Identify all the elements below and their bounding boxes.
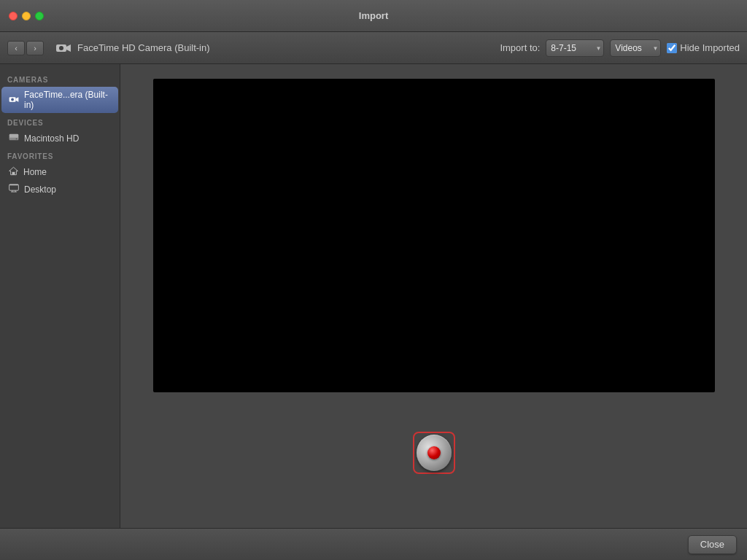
camera-icon xyxy=(55,42,71,54)
svg-rect-7 xyxy=(9,138,19,141)
nav-buttons: ‹ › xyxy=(7,41,44,55)
close-button[interactable]: Close xyxy=(688,535,737,554)
back-button[interactable]: ‹ xyxy=(7,41,25,55)
maximize-traffic-light[interactable] xyxy=(35,12,44,20)
titlebar: Import xyxy=(0,0,747,32)
hide-imported-label[interactable]: Hide Imported xyxy=(667,42,740,53)
sidebar-item-desktop[interactable]: Desktop xyxy=(1,181,118,198)
svg-marker-4 xyxy=(16,97,19,101)
devices-section-label: DEVICES xyxy=(0,113,120,130)
window-title: Import xyxy=(359,10,388,21)
videos-select-wrapper[interactable]: Videos xyxy=(610,39,661,57)
cameras-section-label: CAMERAS xyxy=(0,70,120,87)
record-dot xyxy=(427,446,441,459)
sidebar-item-home[interactable]: Home xyxy=(1,163,118,181)
record-button[interactable] xyxy=(413,432,455,474)
svg-point-8 xyxy=(16,139,18,140)
sidebar-home-label: Home xyxy=(23,167,47,177)
sidebar-item-macintosh-hd[interactable]: Macintosh HD xyxy=(1,130,118,147)
sidebar-device-label: Macintosh HD xyxy=(24,133,79,144)
source-label: FaceTime HD Camera (Built-in) xyxy=(77,42,210,53)
bottom-bar: Close xyxy=(0,528,747,560)
forward-button[interactable]: › xyxy=(26,41,44,55)
import-to-select[interactable]: 8-7-15 xyxy=(546,39,604,57)
toolbar: ‹ › FaceTime HD Camera (Built-in) Import… xyxy=(0,32,747,64)
import-to-label: Import to: xyxy=(500,42,540,53)
sidebar-desktop-label: Desktop xyxy=(24,184,56,195)
sidebar-item-facetime-camera[interactable]: FaceTime...era (Built-in) xyxy=(1,87,118,113)
record-button-inner xyxy=(417,435,452,471)
videos-select[interactable]: Videos xyxy=(610,39,661,57)
svg-rect-10 xyxy=(12,172,15,175)
harddrive-icon xyxy=(9,133,19,144)
svg-point-2 xyxy=(59,46,63,50)
import-to-select-wrapper[interactable]: 8-7-15 xyxy=(546,39,604,57)
sidebar: CAMERAS FaceTime...era (Built-in) DEVICE… xyxy=(0,64,120,528)
desktop-icon xyxy=(9,184,19,195)
main-layout: CAMERAS FaceTime...era (Built-in) DEVICE… xyxy=(0,64,747,528)
home-icon xyxy=(9,166,18,178)
favorites-section-label: FAVORITES xyxy=(0,147,120,163)
svg-rect-12 xyxy=(9,184,19,185)
svg-marker-1 xyxy=(66,44,71,52)
camera-sidebar-icon xyxy=(9,95,19,106)
hide-imported-checkbox[interactable] xyxy=(667,43,677,53)
close-traffic-light[interactable] xyxy=(9,12,18,20)
sidebar-camera-label: FaceTime...era (Built-in) xyxy=(24,90,111,110)
svg-point-5 xyxy=(11,98,14,101)
minimize-traffic-light[interactable] xyxy=(22,12,31,20)
video-preview xyxy=(153,79,715,392)
record-area xyxy=(135,392,732,513)
traffic-lights xyxy=(0,12,44,20)
content-area xyxy=(120,64,747,528)
